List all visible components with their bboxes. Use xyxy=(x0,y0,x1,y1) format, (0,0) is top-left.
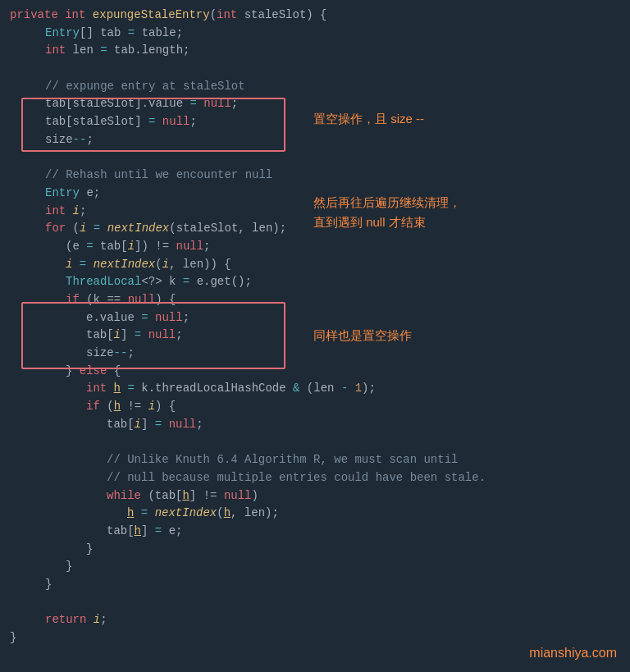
code-line: int len = tab.length; xyxy=(0,42,630,60)
code-line-empty xyxy=(0,60,630,78)
code-line-empty xyxy=(0,149,630,167)
code-line: e.value = null; xyxy=(0,309,630,327)
code-line: int h = k.threadLocalHashCode & (len - 1… xyxy=(0,380,630,398)
code-line: if (k == null) { xyxy=(0,291,630,309)
code-line: return i; xyxy=(0,611,630,629)
code-line: } xyxy=(0,541,630,559)
code-line: ThreadLocal<?> k = e.get(); xyxy=(0,273,630,291)
code-line: } else { xyxy=(0,363,630,381)
code-line: // expunge entry at staleSlot xyxy=(0,78,630,96)
function-name: expungeStaleEntry xyxy=(93,7,210,25)
code-line: i = nextIndex(i, len)) { xyxy=(0,256,630,274)
code-block: private int expungeStaleEntry(int staleS… xyxy=(0,0,630,654)
code-line: if (h != i) { xyxy=(0,398,630,416)
code-line-empty xyxy=(0,594,630,612)
code-line: tab[h] = e; xyxy=(0,523,630,541)
code-line: Entry[] tab = table; xyxy=(0,25,630,43)
annotation-1: 置空操作，且 size -- xyxy=(313,112,424,127)
watermark: mianshiya.com xyxy=(529,646,617,661)
code-line: while (tab[h] != null) xyxy=(0,487,630,505)
code-line: (e = tab[i]) != null; xyxy=(0,238,630,256)
code-line: } xyxy=(0,576,630,594)
annotation-2-line1: 然后再往后遍历继续清理， xyxy=(313,195,461,211)
code-line-empty xyxy=(0,434,630,452)
code-line: private int expungeStaleEntry(int staleS… xyxy=(0,7,630,25)
keyword-int: int xyxy=(65,7,93,25)
annotation-2-line2: 直到遇到 null 才结束 xyxy=(313,215,426,231)
code-line: // Rehash until we encounter null xyxy=(0,167,630,185)
code-line: tab[staleSlot].value = null; xyxy=(0,95,630,113)
keyword-private: private xyxy=(10,7,65,25)
code-line: size--; xyxy=(0,131,630,149)
code-line: size--; xyxy=(0,345,630,363)
code-line: } xyxy=(0,629,630,647)
annotation-3: 同样也是置空操作 xyxy=(313,328,412,344)
code-line: tab[i] = null; xyxy=(0,416,630,434)
code-line: } xyxy=(0,558,630,576)
code-line: h = nextIndex(h, len); xyxy=(0,505,630,523)
code-line: // Unlike Knuth 6.4 Algorithm R, we must… xyxy=(0,451,630,469)
code-line: // null because multiple entries could h… xyxy=(0,469,630,487)
